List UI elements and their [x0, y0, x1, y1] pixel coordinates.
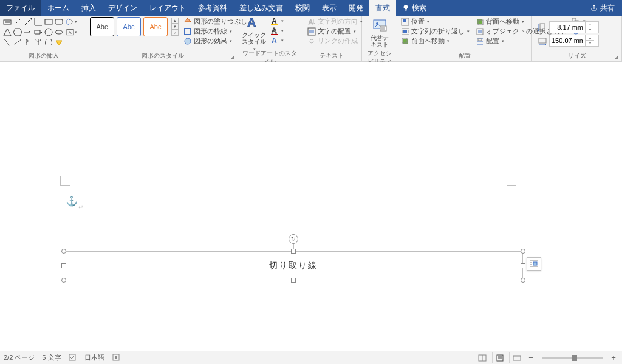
resize-handle-r[interactable] — [521, 263, 525, 268]
draw-textbox-button[interactable]: A▾ — [66, 27, 77, 36]
svg-rect-6 — [185, 29, 191, 35]
shape-style-1[interactable]: Abc — [90, 17, 114, 36]
spin-up[interactable]: ▴ — [586, 35, 594, 41]
tab-file[interactable]: ファイル — [0, 0, 41, 16]
textbox-label: 切り取り線 — [269, 260, 318, 271]
group-label-size: サイズ — [568, 52, 586, 59]
document-area[interactable]: ⚓ ↵ ↻ 切り取り線 — [0, 62, 622, 351]
shape-style-2[interactable]: Abc — [117, 17, 141, 36]
zoom-in[interactable]: + — [609, 353, 618, 362]
tell-me-search[interactable]: 検索 — [396, 0, 432, 16]
resize-handle-bl[interactable] — [61, 278, 66, 283]
anchor-icon[interactable]: ⚓ — [66, 195, 78, 207]
quick-styles-button[interactable]: A クイック スタイル▾ — [241, 17, 267, 49]
text-outline-button[interactable]: A▾ — [270, 27, 284, 35]
svg-rect-24 — [477, 19, 482, 24]
tab-bar: ファイル ホーム 挿入 デザイン レイアウト 参考資料 差し込み文書 校閲 表示… — [0, 0, 622, 16]
spin-down[interactable]: ▾ — [586, 41, 594, 46]
zoom-slider[interactable] — [542, 357, 603, 359]
tab-layout[interactable]: レイアウト — [143, 0, 192, 16]
textbox-content[interactable]: 切り取り線 — [70, 255, 517, 277]
tab-design[interactable]: デザイン — [102, 0, 143, 16]
tab-home[interactable]: ホーム — [41, 0, 75, 16]
tab-review[interactable]: 校閲 — [289, 0, 316, 16]
svg-rect-2 — [55, 19, 63, 24]
status-proofing-icon[interactable] — [69, 353, 77, 363]
tab-developer[interactable]: 開発 — [343, 0, 369, 16]
wrap-text-button[interactable]: 文字列の折り返し▾ — [401, 27, 470, 36]
tab-view[interactable]: 表示 — [316, 0, 343, 16]
share-button[interactable]: 共有 — [583, 0, 622, 16]
svg-text:A: A — [247, 16, 256, 29]
view-web-layout[interactable] — [509, 352, 524, 363]
group-accessibility: 代替テ キスト アクセシビリティ — [362, 16, 397, 61]
shape-width-input[interactable]: ▴▾ — [549, 35, 599, 47]
resize-handle-l[interactable] — [61, 263, 66, 268]
dialog-launcher-icon[interactable]: ◢ — [614, 55, 618, 60]
svg-text:A: A — [272, 36, 277, 45]
text-effects-button[interactable]: A▾ — [270, 36, 284, 45]
svg-rect-18 — [380, 26, 386, 31]
zoom-thumb[interactable] — [572, 355, 577, 361]
spin-up[interactable]: ▴ — [586, 22, 594, 27]
resize-handle-tr[interactable] — [521, 249, 525, 254]
resize-handle-br[interactable] — [521, 278, 525, 283]
shape-height-input[interactable]: ▴▾ — [549, 21, 599, 33]
status-page[interactable]: 2/2 ページ — [4, 353, 35, 362]
share-icon — [590, 4, 598, 12]
resize-handle-tl[interactable] — [61, 249, 66, 254]
svg-text:A: A — [272, 17, 277, 25]
tab-mailings[interactable]: 差し込み文書 — [233, 0, 289, 16]
rotate-handle[interactable]: ↻ — [289, 234, 298, 244]
status-bar: 2/2 ページ 5 文字 日本語 − + — [0, 351, 622, 364]
shape-style-more[interactable]: ▴▾▿ — [171, 18, 179, 36]
tab-format[interactable]: 書式 — [369, 0, 396, 16]
ribbon: ▾ A▾ 図形の挿入 Abc Abc Abc ▴▾▿ 図形の塗りつぶし▾ 図形の… — [0, 16, 622, 62]
group-size: ▴▾ ▴▾ サイズ◢ — [532, 16, 622, 61]
tab-references[interactable]: 参考資料 — [192, 0, 233, 16]
svg-point-3 — [45, 29, 52, 36]
page[interactable]: ⚓ ↵ ↻ 切り取り線 — [50, 62, 533, 351]
svg-rect-20 — [403, 19, 406, 22]
resize-handle-b[interactable] — [291, 278, 296, 283]
status-macro-icon[interactable] — [112, 353, 120, 363]
dashed-line-right — [325, 266, 517, 266]
alt-text-button[interactable]: 代替テ キスト — [366, 17, 393, 49]
text-fill-button[interactable]: A▾ — [270, 17, 284, 25]
group-arrange: 位置▾ 文字列の折り返し▾ 前面へ移動▾ 背面へ移動▾ オブジェクトの選択と表示… — [397, 16, 532, 61]
svg-rect-27 — [478, 39, 482, 41]
dialog-launcher-icon[interactable]: ◢ — [230, 55, 234, 60]
view-read-mode[interactable] — [475, 352, 490, 363]
shape-gallery[interactable] — [2, 17, 64, 47]
position-button[interactable]: 位置▾ — [401, 17, 470, 26]
align-text-button[interactable]: 文字の配置▾ — [307, 27, 363, 36]
svg-text:A: A — [272, 27, 277, 35]
status-language[interactable]: 日本語 — [84, 353, 104, 362]
group-text: A文字列の方向▾ 文字の配置▾ リンクの作成 テキスト — [301, 16, 362, 61]
svg-rect-22 — [403, 39, 408, 44]
lightbulb-icon — [402, 4, 409, 12]
svg-rect-21 — [403, 30, 407, 33]
svg-point-7 — [185, 38, 191, 44]
svg-rect-1 — [45, 19, 52, 24]
view-print-layout[interactable] — [492, 352, 507, 363]
dashed-line-left — [70, 266, 262, 266]
group-label-shape-styles: 図形のスタイル — [142, 52, 184, 59]
status-words[interactable]: 5 文字 — [42, 353, 61, 362]
svg-rect-35 — [115, 356, 117, 359]
group-shape-styles: Abc Abc Abc ▴▾▿ 図形の塗りつぶし▾ 図形の枠線▾ 図形の効果▾ … — [87, 16, 238, 61]
shape-style-3[interactable]: Abc — [143, 17, 168, 36]
svg-text:A: A — [309, 19, 313, 25]
resize-handle-t[interactable] — [291, 249, 296, 254]
layout-options-button[interactable] — [527, 257, 541, 271]
selected-textbox[interactable]: ↻ 切り取り線 — [64, 251, 523, 280]
svg-rect-38 — [513, 356, 521, 360]
tab-insert[interactable]: 挿入 — [75, 0, 102, 16]
edit-shape-button[interactable]: ▾ — [66, 17, 77, 26]
svg-rect-12 — [271, 34, 278, 35]
bring-forward-button[interactable]: 前面へ移動▾ — [401, 36, 470, 46]
svg-rect-10 — [271, 24, 278, 25]
spin-down[interactable]: ▾ — [586, 27, 594, 33]
zoom-out[interactable]: − — [526, 353, 536, 362]
margin-corner-left — [60, 176, 70, 186]
